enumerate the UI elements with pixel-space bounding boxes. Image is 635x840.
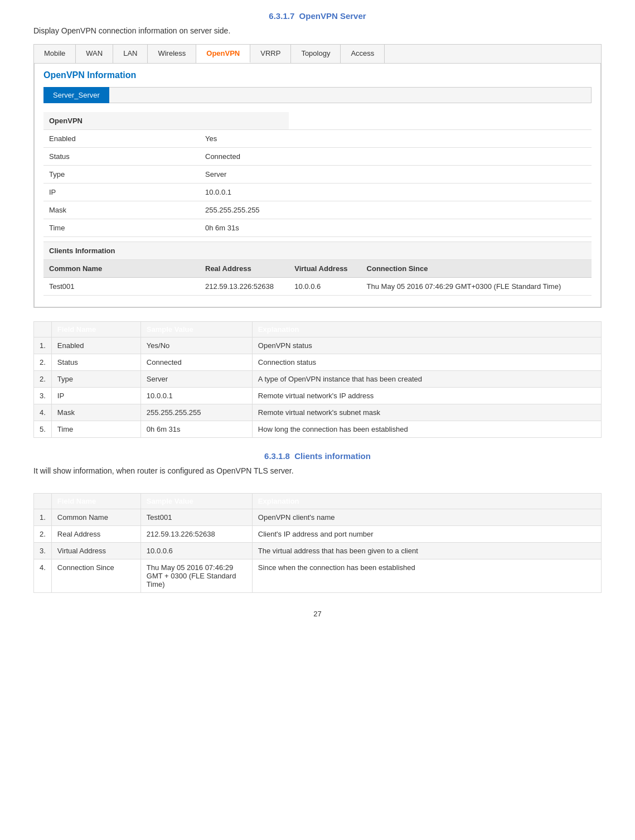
desc-t2-num: 1.: [34, 509, 52, 526]
tab-wan[interactable]: WAN: [76, 45, 113, 63]
desc-t2-explanation: The virtual address that has been given …: [252, 543, 601, 559]
time-row: Time 0h 6m 31s: [43, 219, 592, 237]
client-real-address: 212.59.13.226:52638: [200, 278, 289, 296]
desc-t1-sample: 255.255.255.255: [140, 404, 252, 421]
desc-t1-sample: 10.0.0.1: [140, 388, 252, 404]
desc-t2-field: Connection Since: [51, 559, 140, 593]
col-common-name: Common Name: [43, 260, 200, 278]
type-row: Type Server: [43, 166, 592, 184]
type-value: Server: [200, 166, 289, 184]
section-631-7: 6.3.1.7 OpenVPN Server Display OpenVPN c…: [33, 11, 602, 308]
desc-t1-row: 3. IP 10.0.0.1 Remote virtual network's …: [34, 388, 602, 404]
desc-t2-row: 3. Virtual Address 10.0.0.6 The virtual …: [34, 543, 602, 559]
mask-label: Mask: [43, 201, 200, 219]
tab-vrrp[interactable]: VRRP: [250, 45, 291, 63]
desc-t1-explanation: Remote virtual network's IP address: [252, 388, 601, 404]
desc-t2-field: Real Address: [51, 526, 140, 543]
col-real-address: Real Address: [200, 260, 289, 278]
mask-value: 255.255.255.255: [200, 201, 289, 219]
clients-section-row: Clients Information: [43, 242, 592, 260]
openvpn-section-row: OpenVPN: [43, 112, 592, 130]
desc-table-1: Field Name Sample Value Explanation 1. E…: [33, 321, 602, 438]
desc-t2-h1: Field Name: [51, 494, 140, 509]
desc-t1-field: IP: [51, 388, 140, 404]
desc-t1-num: 4.: [34, 404, 52, 421]
desc-t1-explanation: How long the connection has been establi…: [252, 421, 601, 438]
desc-t1-field: Status: [51, 354, 140, 371]
openvpn-info-table: OpenVPN Enabled Yes Status Connected Typ…: [43, 112, 592, 296]
tab-mobile[interactable]: Mobile: [34, 45, 76, 63]
panel-content: OpenVPN Information Server_Server OpenVP…: [34, 64, 601, 307]
desc-t2-sample: 212.59.13.226:52638: [140, 526, 252, 543]
clients-section-label: Clients Information: [43, 242, 592, 260]
status-row: Status Connected: [43, 148, 592, 166]
desc-t2-field: Virtual Address: [51, 543, 140, 559]
desc-t1-h0: [34, 322, 52, 337]
desc-t2-h2: Sample Value: [140, 494, 252, 509]
page-number: 27: [33, 610, 602, 618]
desc-t1-field: Mask: [51, 404, 140, 421]
tab-access[interactable]: Access: [341, 45, 385, 63]
desc-t1-row: 4. Mask 255.255.255.255 Remote virtual n…: [34, 404, 602, 421]
desc-t2-num: 3.: [34, 543, 52, 559]
section-description: Display OpenVPN connection information o…: [33, 26, 602, 35]
desc-t1-h2: Sample Value: [140, 322, 252, 337]
sub-tabs-row: Server_Server: [43, 87, 592, 103]
desc-t1-h1: Field Name: [51, 322, 140, 337]
tab-openvpn[interactable]: OpenVPN: [196, 45, 250, 63]
section-631-8-title: 6.3.1.8 Clients information: [33, 451, 602, 461]
desc-t2-num: 4.: [34, 559, 52, 593]
spacer-row: [43, 237, 592, 242]
desc-t1-sample: 0h 6m 31s: [140, 421, 252, 438]
desc-t1-num: 2.: [34, 371, 52, 388]
desc-t1-explanation: OpenVPN status: [252, 337, 601, 354]
ip-label: IP: [43, 184, 200, 201]
desc-table-2: Field Name Sample Value Explanation 1. C…: [33, 493, 602, 593]
desc-t1-field: Type: [51, 371, 140, 388]
col-connection-since: Connection Since: [361, 260, 592, 278]
desc-t2-explanation: Client's IP address and port number: [252, 526, 601, 543]
type-label: Type: [43, 166, 200, 184]
panel-header: OpenVPN Information: [43, 70, 592, 80]
desc-t2-sample: Test001: [140, 509, 252, 526]
desc-t1-sample: Connected: [140, 354, 252, 371]
desc-t1-num: 3.: [34, 388, 52, 404]
desc-t1-row: 2. Status Connected Connection status: [34, 354, 602, 371]
desc-t1-num: 2.: [34, 354, 52, 371]
client-connection-since: Thu May 05 2016 07:46:29 GMT+0300 (FLE S…: [361, 278, 592, 296]
ip-value: 10.0.0.1: [200, 184, 289, 201]
desc-table-1-header: Field Name Sample Value Explanation: [34, 322, 602, 337]
tab-wireless[interactable]: Wireless: [148, 45, 196, 63]
tab-topology[interactable]: Topology: [291, 45, 341, 63]
section-631-7-title: 6.3.1.7 OpenVPN Server: [33, 11, 602, 21]
openvpn-section-label: OpenVPN: [43, 112, 289, 130]
desc-t1-num: 5.: [34, 421, 52, 438]
enabled-label: Enabled: [43, 130, 200, 148]
tab-lan[interactable]: LAN: [113, 45, 148, 63]
client-common-name: Test001: [43, 278, 200, 296]
enabled-value: Yes: [200, 130, 289, 148]
desc-t1-explanation: Remote virtual network's subnet mask: [252, 404, 601, 421]
desc-t2-row: 1. Common Name Test001 OpenVPN client's …: [34, 509, 602, 526]
desc-t2-num: 2.: [34, 526, 52, 543]
col-virtual-address: Virtual Address: [289, 260, 361, 278]
status-label: Status: [43, 148, 200, 166]
desc-t1-sample: Yes/No: [140, 337, 252, 354]
time-value: 0h 6m 31s: [200, 219, 289, 237]
desc-t2-sample: Thu May 05 2016 07:46:29 GMT + 0300 (FLE…: [140, 559, 252, 593]
section-631-8: 6.3.1.8 Clients information It will show…: [33, 451, 602, 475]
desc-t1-explanation: A type of OpenVPN instance that has been…: [252, 371, 601, 388]
nav-tabs-row: Mobile WAN LAN Wireless OpenVPN VRRP Top…: [34, 45, 601, 64]
nav-panel: Mobile WAN LAN Wireless OpenVPN VRRP Top…: [33, 44, 602, 308]
desc-t1-field: Enabled: [51, 337, 140, 354]
status-value: Connected: [200, 148, 289, 166]
enabled-row: Enabled Yes: [43, 130, 592, 148]
desc-t2-row: 2. Real Address 212.59.13.226:52638 Clie…: [34, 526, 602, 543]
sub-tab-server[interactable]: Server_Server: [43, 87, 109, 103]
desc-t2-explanation: Since when the connection has been estab…: [252, 559, 601, 593]
desc-t2-h3: Explanation: [252, 494, 601, 509]
ip-row: IP 10.0.0.1: [43, 184, 592, 201]
section2-description: It will show information, when router is…: [33, 466, 602, 475]
desc-t1-explanation: Connection status: [252, 354, 601, 371]
sub-tab-placeholder[interactable]: [109, 87, 592, 103]
